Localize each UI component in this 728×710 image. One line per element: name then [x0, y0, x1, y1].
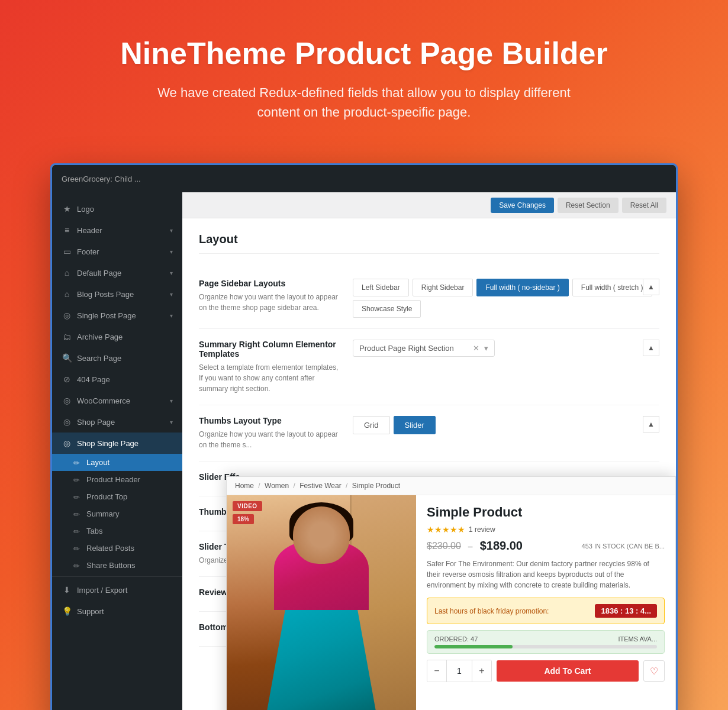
sidebar-sub-share-buttons[interactable]: ✏ Share Buttons [52, 557, 182, 574]
stock-info: 453 IN STOCK (CAN BE B... [582, 543, 665, 550]
sidebar-sub-layout[interactable]: ✏ Layout [52, 454, 182, 471]
sidebar-item-archive[interactable]: 🗂 Archive Page [52, 326, 182, 347]
sidebar-item-default-page[interactable]: ⌂ Default Page ▾ [52, 262, 182, 283]
sidebar-archive-label: Archive Page [77, 333, 173, 341]
sidebar-sub-product-top-label: Product Top [86, 492, 127, 501]
template-select-value: Product Page Right Section [359, 344, 454, 353]
sidebar-logo-label: Logo [77, 205, 173, 214]
wishlist-button[interactable]: ♡ [643, 660, 665, 682]
sidebar-sub-layout-label: Layout [86, 458, 109, 467]
up-arrow-3[interactable]: ▲ [643, 416, 659, 433]
qty-decrease-button[interactable]: − [427, 660, 446, 682]
setting-left-3: Thumbs Layout Type Organize how you want… [199, 416, 353, 450]
sidebar-sub-related-posts[interactable]: ✏ Related Posts [52, 540, 182, 557]
redux-panel: Save Changes Reset Section Reset All Lay… [182, 192, 676, 710]
up-arrow-2[interactable]: ▲ [643, 340, 659, 356]
sidebar-sub-related-posts-label: Related Posts [86, 544, 134, 553]
sidebar-item-header[interactable]: ≡ Header ▾ [52, 220, 182, 241]
setting-left-2: Summary Right Column Elementor Templates… [199, 340, 353, 394]
product-content: VIDEO 18% Simple Product ★★★★★ 1 review [227, 495, 675, 710]
sidebar-item-import-export[interactable]: ⬇ Import / Export [52, 579, 182, 601]
save-changes-button[interactable]: Save Changes [491, 198, 554, 213]
select-clear-icon[interactable]: ✕ [473, 344, 479, 353]
setting-control-2: Product Page Right Section ✕ ▾ [353, 340, 659, 357]
sidebar-item-blog-posts[interactable]: ⌂ Blog Posts Page ▾ [52, 283, 182, 305]
sidebar-item-404[interactable]: ⊘ 404 Page [52, 369, 182, 390]
sidebar-footer-label: Footer [77, 247, 170, 256]
figure-head [293, 506, 350, 564]
hero-title: NineTheme Product Page Builder [24, 36, 704, 71]
sidebar-sub-summary[interactable]: ✏ Summary [52, 505, 182, 522]
star-row: ★★★★★ 1 review [427, 525, 665, 534]
sidebar-shop-label: Shop Page [77, 418, 170, 427]
circle-slash-icon: ⊘ [62, 374, 72, 385]
product-info: Simple Product ★★★★★ 1 review $230.00 – … [416, 495, 675, 710]
sidebar-sub-tabs[interactable]: ✏ Tabs [52, 522, 182, 540]
promo-text: Last hours of black friday promotion: [434, 607, 549, 615]
sidebar-sub-product-top[interactable]: ✏ Product Top [52, 488, 182, 505]
sidebar-item-woocommerce[interactable]: ◎ WooCommerce ▾ [52, 390, 182, 411]
sidebar-header-label: Header [77, 226, 170, 235]
slider-btn[interactable]: Slider [394, 416, 436, 434]
breadcrumb-sep2: / [294, 482, 295, 490]
hero-section: NineTheme Product Page Builder We have c… [0, 0, 728, 146]
breadcrumb-festive: Festive Wear [299, 482, 341, 490]
product-title: Simple Product [427, 505, 665, 520]
stock-bar-fill [434, 645, 513, 648]
import-icon: ⬇ [62, 585, 72, 595]
full-width-no-sidebar-btn[interactable]: Full width ( no-sidebar ) [476, 279, 568, 296]
chevron-down-icon: ▾ [170, 270, 173, 276]
sidebar-search-label: Search Page [77, 354, 173, 363]
sidebar-item-support[interactable]: 💡 Support [52, 601, 182, 622]
qty-increase-button[interactable]: + [472, 660, 491, 682]
quantity-input[interactable] [446, 660, 472, 682]
summary-right-column-row: Summary Right Column Elementor Templates… [199, 329, 659, 405]
sidebar-divider [52, 576, 182, 577]
setting-left-1: Page Sidebar Layouts Organize how you wa… [199, 279, 353, 313]
admin-content: Save Changes Reset Section Reset All Lay… [182, 192, 676, 710]
countdown-timer: 1836 : 13 : 4... [595, 604, 657, 618]
admin-sidebar: ★ Logo ≡ Header ▾ ▭ Footer ▾ ⌂ Default P… [52, 192, 182, 710]
sidebar-item-single-post[interactable]: ◎ Single Post Page ▾ [52, 305, 182, 326]
select-arrow-icon[interactable]: ▾ [484, 344, 488, 353]
pencil-icon: ✏ [73, 544, 82, 553]
hero-subtitle: We have created Redux-defined fields tha… [157, 83, 571, 122]
quantity-control: − + [427, 660, 492, 682]
sidebar-sub-product-header[interactable]: ✏ Product Header [52, 471, 182, 488]
grid-btn[interactable]: Grid [353, 416, 390, 434]
left-sidebar-btn[interactable]: Left Sidebar [353, 279, 409, 296]
sidebar-item-shop-single-page[interactable]: ◎ Shop Single Page [52, 433, 182, 454]
full-width-stretch-btn[interactable]: Full width ( stretch ) [572, 279, 652, 296]
add-to-cart-button[interactable]: Add To Cart [497, 660, 639, 682]
pencil-icon: ✏ [73, 510, 82, 518]
breadcrumb-sep: / [258, 482, 260, 490]
search-icon: 🔍 [62, 353, 72, 363]
sidebar-shop-single-label: Shop Single Page [77, 439, 173, 448]
breadcrumb-sep3: / [346, 482, 347, 490]
template-select[interactable]: Product Page Right Section ✕ ▾ [353, 340, 495, 357]
sidebar-item-shop-page[interactable]: ◎ Shop Page ▾ [52, 411, 182, 433]
reset-all-button[interactable]: Reset All [622, 198, 666, 213]
showcase-style-btn[interactable]: Showcase Style [353, 300, 421, 318]
reset-section-button[interactable]: Reset Section [558, 198, 619, 213]
price-new: $189.00 [480, 539, 523, 553]
right-sidebar-btn[interactable]: Right Sidebar [413, 279, 473, 296]
pencil-icon: ✏ [73, 527, 82, 535]
sidebar-item-logo[interactable]: ★ Logo [52, 198, 182, 220]
price-dash: – [468, 541, 473, 551]
chevron-down-icon: ▾ [170, 227, 173, 234]
setting-desc-2: Select a template from elementor templat… [199, 362, 341, 394]
chevron-down-icon: ▾ [170, 398, 173, 404]
sidebar-item-search[interactable]: 🔍 Search Page [52, 347, 182, 369]
discount-badge: 18% [233, 514, 254, 524]
up-arrow-1[interactable]: ▲ [643, 279, 659, 295]
add-to-cart-row: − + Add To Cart ♡ [427, 660, 665, 682]
admin-topbar: GreenGrocery: Child ... [52, 165, 676, 192]
sidebar-sub-summary-label: Summary [86, 509, 120, 518]
product-description: Safer For The Environment: Our denim fac… [427, 559, 665, 590]
sidebar-404-label: 404 Page [77, 375, 173, 384]
pencil-icon: ✏ [73, 459, 82, 467]
product-image-area: VIDEO 18% [227, 495, 416, 710]
sidebar-item-footer[interactable]: ▭ Footer ▾ [52, 241, 182, 262]
shop-icon: ◎ [62, 417, 72, 427]
